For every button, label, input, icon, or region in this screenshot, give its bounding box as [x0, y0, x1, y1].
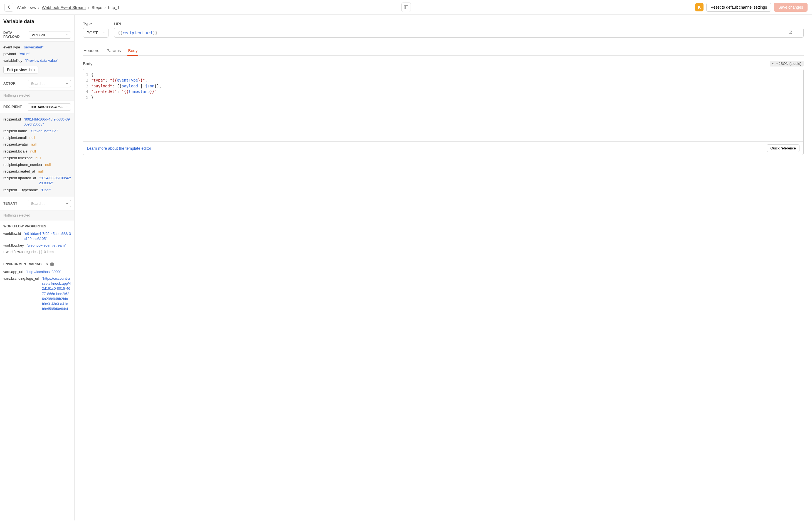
variable-value: null	[45, 162, 51, 167]
variable-key: recipient.locale	[3, 149, 27, 154]
external-link-icon[interactable]	[788, 30, 792, 35]
panel-icon	[404, 5, 408, 9]
editor-pane[interactable]: 12345 {"type": "{{eventType}}","payload"…	[83, 69, 803, 141]
variable-row[interactable]: payload"value"	[3, 51, 71, 57]
type-column: Type POST	[83, 21, 109, 38]
section-recipient: RECIPIENT 80f1f4bf-166d-48f9-b33c recipi…	[0, 100, 74, 197]
quick-reference-button[interactable]: Quick reference	[767, 144, 799, 152]
learn-more-link[interactable]: Learn more about the template editor	[87, 146, 151, 151]
variable-key: recipient.id	[3, 117, 21, 127]
url-input[interactable]: {{recipient.url}}	[114, 28, 804, 38]
variable-row[interactable]: vars.app_url"http://localhost:3000"	[3, 269, 71, 275]
variable-key: recipient.name	[3, 129, 27, 134]
variable-row[interactable]: recipient.timezonenull	[3, 155, 71, 161]
tenant-label: TENANT	[3, 202, 17, 205]
breadcrumb-steps[interactable]: Steps	[92, 5, 102, 10]
save-button[interactable]: Save changes	[774, 3, 808, 12]
main: Type POST URL {{recipient.url}} Headers …	[75, 15, 812, 520]
code-area[interactable]: {"type": "{{eventType}}","payload": {{pa…	[91, 69, 164, 141]
variable-value: "server:alert"	[23, 45, 43, 50]
format-badge[interactable]: < > JSON (Liquid)	[770, 61, 804, 67]
tenant-nothing-selected: Nothing selected	[0, 210, 74, 220]
environment-variables-label: ENVIRONMENT VARIABLES	[3, 262, 48, 266]
variable-row[interactable]: recipient.avatarnull	[3, 141, 71, 148]
variable-key: recipient.avatar	[3, 142, 28, 147]
variable-row[interactable]: recipient.__typename"User"	[3, 187, 71, 194]
variable-key: payload	[3, 51, 16, 56]
svg-rect-0	[404, 5, 408, 9]
info-icon[interactable]: i	[50, 263, 54, 266]
variable-value: "2024-03-05T00:42:29.839Z"	[39, 176, 71, 186]
variable-row[interactable]: recipient.created_atnull	[3, 168, 71, 175]
variable-value: "80f1f4bf-166d-48f9-b33c-39009df20bc3"	[24, 117, 71, 127]
variable-row[interactable]: recipient.emailnull	[3, 134, 71, 141]
code-line: "type": "{{eventType}}",	[91, 77, 161, 83]
variable-row[interactable]: vars.branding.logo_url"https://account-a…	[3, 275, 71, 312]
body-header: Body < > JSON (Liquid)	[83, 61, 804, 67]
brand-logo[interactable]: K	[695, 3, 703, 12]
variable-key: eventType	[3, 45, 20, 50]
type-label: Type	[83, 21, 109, 26]
tab-headers[interactable]: Headers	[83, 46, 100, 56]
variable-value: null	[31, 142, 37, 147]
chevron-left-icon	[7, 5, 11, 9]
variable-value: null	[38, 169, 43, 174]
variable-row[interactable]: variableKey"Preview data value"	[3, 57, 71, 64]
toggle-panel-button[interactable]	[401, 2, 411, 12]
code-line: "createdAt": "{{timestamp}}"	[91, 89, 161, 94]
tenant-search[interactable]: Search...	[28, 200, 71, 207]
variable-row[interactable]: recipient.updated_at"2024-03-05T00:42:29…	[3, 175, 71, 186]
actor-nothing-selected: Nothing selected	[0, 90, 74, 100]
variable-key: recipient.email	[3, 135, 27, 140]
chevron-right-icon: ›	[88, 5, 89, 10]
variable-value: "Preview data value"	[25, 58, 58, 63]
variable-value: "http://localhost:3000"	[26, 269, 61, 274]
format-badge-label: JSON (Liquid)	[779, 62, 802, 66]
header-right: K Reset to default channel settings Save…	[695, 3, 808, 12]
variable-row[interactable]: recipient.localenull	[3, 148, 71, 155]
edit-preview-data-button[interactable]: Edit preview data	[3, 66, 39, 73]
recipient-select[interactable]: 80f1f4bf-166d-48f9-b33c	[28, 103, 71, 111]
tab-body[interactable]: Body	[127, 46, 138, 56]
header-left: Workflows › Webhook Event Stream › Steps…	[4, 3, 120, 12]
type-select[interactable]: POST	[83, 28, 109, 38]
code-editor: 12345 {"type": "{{eventType}}","payload"…	[83, 69, 804, 155]
breadcrumb: Workflows › Webhook Event Stream › Steps…	[17, 5, 120, 10]
variable-row[interactable]: workflow.key"webhook-event-stream"	[3, 242, 71, 249]
workflow-categories-count: 0 items	[44, 250, 56, 254]
variable-value: null	[30, 149, 36, 154]
variable-value: "User"	[41, 187, 51, 192]
recipient-label: RECIPIENT	[3, 105, 22, 109]
sidebar-title: Variable data	[0, 15, 74, 28]
reset-button[interactable]: Reset to default channel settings	[706, 3, 771, 12]
variable-row[interactable]: recipient.id"80f1f4bf-166d-48f9-b33c-390…	[3, 116, 71, 128]
variable-row[interactable]: recipient.name"Steven Metz Sr."	[3, 128, 71, 134]
chevron-right-icon: ›	[104, 5, 106, 10]
tab-params[interactable]: Params	[106, 46, 122, 56]
header: Workflows › Webhook Event Stream › Steps…	[0, 0, 812, 15]
variable-key: recipient.phone_number	[3, 162, 42, 167]
layout: Variable data DATA PAYLOAD API Call even…	[0, 15, 812, 520]
breadcrumb-workflow-name[interactable]: Webhook Event Stream	[42, 5, 86, 10]
workflow-categories-brackets: [ ]	[39, 250, 42, 254]
editor-footer: Learn more about the template editor Qui…	[83, 141, 803, 155]
variable-key: recipient.timezone	[3, 156, 33, 161]
data-payload-select[interactable]: API Call	[29, 31, 71, 39]
variable-value: "webhook-event-stream"	[27, 243, 66, 248]
variable-row[interactable]: eventType"server:alert"	[3, 44, 71, 51]
breadcrumb-workflows[interactable]: Workflows	[17, 5, 36, 10]
breadcrumb-step-name: http_1	[108, 5, 120, 10]
code-icon: < >	[772, 62, 778, 65]
variable-row[interactable]: recipient.phone_numbernull	[3, 161, 71, 168]
url-label: URL	[114, 21, 804, 26]
code-line: {	[91, 72, 161, 77]
variable-value: null	[35, 156, 41, 161]
data-payload-label: DATA PAYLOAD	[3, 31, 29, 39]
actor-search[interactable]: Search...	[28, 80, 71, 87]
workflow-categories-row[interactable]: › workflow.categories [ ] 0 items	[3, 249, 71, 255]
variable-row[interactable]: workflow.id"e91ddae4-7f99-45cb-a688-3c12…	[3, 230, 71, 242]
back-button[interactable]	[4, 3, 13, 12]
sidebar: Variable data DATA PAYLOAD API Call even…	[0, 15, 75, 520]
variable-key: recipient.__typename	[3, 187, 38, 192]
variable-value: "https://account-assets.knock.app/42d161…	[42, 276, 71, 312]
